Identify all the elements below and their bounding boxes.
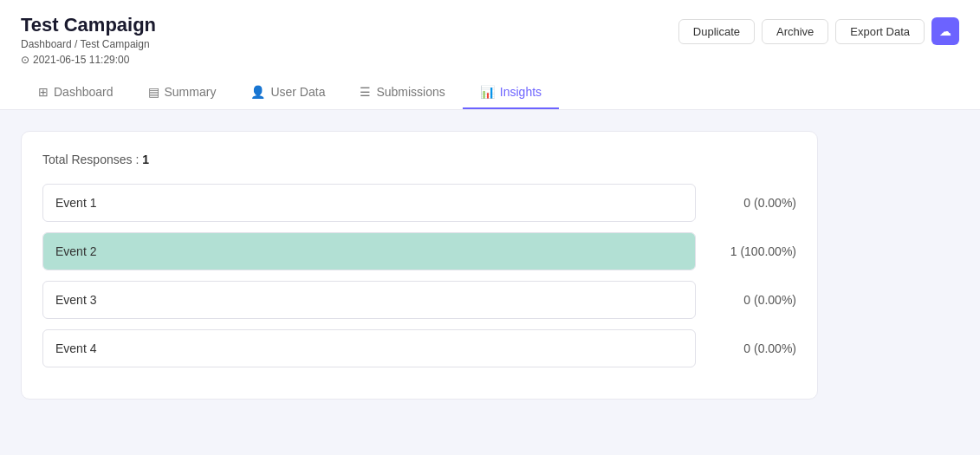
breadcrumb-sep: / bbox=[75, 38, 77, 50]
title-section: Test Campaign Dashboard / Test Campaign … bbox=[21, 14, 156, 66]
tab-dashboard-label: Dashboard bbox=[54, 85, 114, 99]
total-responses-value: 1 bbox=[142, 153, 149, 166]
event-row: Event 40 (0.00%) bbox=[42, 329, 796, 367]
event-stat-event3: 0 (0.00%) bbox=[710, 293, 796, 307]
event-label-event1: Event 1 bbox=[43, 185, 695, 221]
insights-card: Total Responses : 1 Event 10 (0.00%)Even… bbox=[21, 131, 818, 400]
tab-insights-label: Insights bbox=[500, 85, 542, 99]
header-actions: Duplicate Archive Export Data ☁ bbox=[678, 14, 959, 45]
event-stat-event4: 0 (0.00%) bbox=[710, 341, 796, 355]
submissions-icon: ☰ bbox=[360, 85, 371, 99]
summary-icon: ▤ bbox=[148, 85, 159, 99]
tab-submissions[interactable]: ☰ Submissions bbox=[342, 76, 462, 109]
archive-button[interactable]: Archive bbox=[762, 19, 828, 44]
tab-summary-label: Summary bbox=[165, 85, 217, 99]
event-stat-event2: 1 (100.00%) bbox=[710, 244, 796, 258]
event-bar-event4: Event 4 bbox=[42, 329, 696, 367]
total-responses: Total Responses : 1 bbox=[42, 153, 796, 166]
breadcrumb: Dashboard / Test Campaign bbox=[21, 38, 156, 50]
breadcrumb-home[interactable]: Dashboard bbox=[21, 38, 72, 50]
page-title: Test Campaign bbox=[21, 14, 156, 36]
clock-icon: ⊙ bbox=[21, 54, 29, 66]
event-label-event4: Event 4 bbox=[43, 330, 695, 367]
event-row: Event 30 (0.00%) bbox=[42, 281, 796, 319]
duplicate-button[interactable]: Duplicate bbox=[678, 19, 755, 44]
main-content: Total Responses : 1 Event 10 (0.00%)Even… bbox=[0, 110, 980, 420]
cloud-button[interactable]: ☁ bbox=[931, 17, 959, 45]
event-bar-event1: Event 1 bbox=[42, 184, 696, 222]
timestamp: ⊙ 2021-06-15 11:29:00 bbox=[21, 54, 156, 66]
tab-dashboard[interactable]: ⊞ Dashboard bbox=[21, 76, 131, 109]
event-row: Event 21 (100.00%) bbox=[42, 232, 796, 270]
timestamp-value: 2021-06-15 11:29:00 bbox=[33, 54, 129, 66]
tab-user-data[interactable]: 👤 User Data bbox=[233, 76, 342, 109]
breadcrumb-current: Test Campaign bbox=[81, 38, 150, 50]
cloud-icon: ☁ bbox=[939, 24, 951, 38]
tab-insights[interactable]: 📊 Insights bbox=[463, 76, 559, 109]
events-list: Event 10 (0.00%)Event 21 (100.00%)Event … bbox=[42, 184, 796, 367]
event-bar-event3: Event 3 bbox=[42, 281, 696, 319]
tab-user-data-label: User Data bbox=[270, 85, 325, 99]
tab-summary[interactable]: ▤ Summary bbox=[131, 76, 234, 109]
header-top: Test Campaign Dashboard / Test Campaign … bbox=[21, 14, 959, 66]
tab-submissions-label: Submissions bbox=[376, 85, 445, 99]
total-responses-label: Total Responses : bbox=[42, 153, 142, 166]
event-stat-event1: 0 (0.00%) bbox=[710, 196, 796, 210]
dashboard-icon: ⊞ bbox=[38, 85, 49, 99]
page-header: Test Campaign Dashboard / Test Campaign … bbox=[0, 0, 980, 110]
event-label-event3: Event 3 bbox=[43, 282, 695, 318]
event-label-event2: Event 2 bbox=[43, 233, 695, 270]
user-data-icon: 👤 bbox=[250, 85, 265, 99]
insights-icon: 📊 bbox=[480, 85, 495, 99]
export-button[interactable]: Export Data bbox=[835, 19, 925, 44]
tabs-nav: ⊞ Dashboard ▤ Summary 👤 User Data ☰ Subm… bbox=[21, 76, 959, 109]
event-row: Event 10 (0.00%) bbox=[42, 184, 796, 222]
event-bar-event2: Event 2 bbox=[42, 232, 696, 270]
